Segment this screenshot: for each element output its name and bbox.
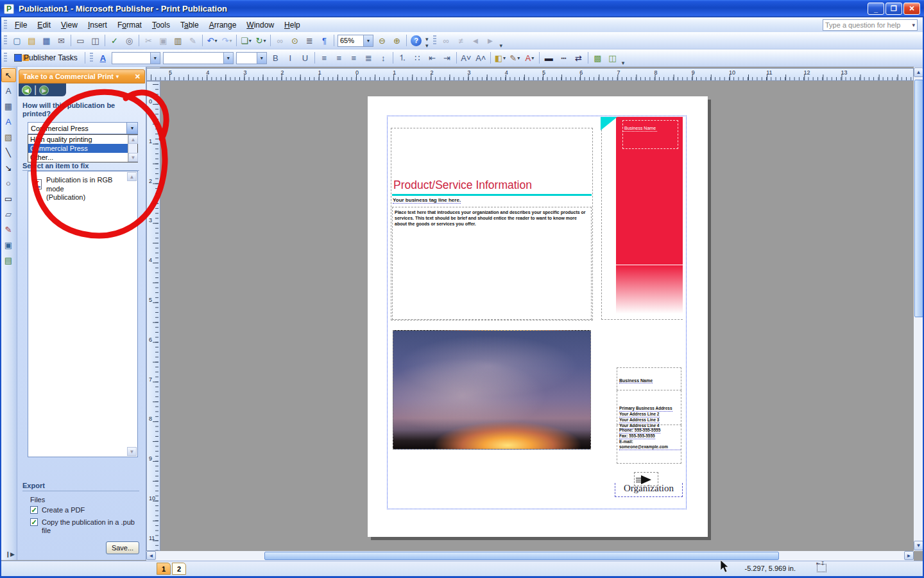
new-document-icon[interactable]: ▢ ▾	[10, 34, 24, 47]
columns-icon[interactable]: ≣ ▾	[303, 34, 316, 47]
decrease-font-button[interactable]: A˅ ▾	[459, 51, 473, 64]
checkbox[interactable]: ✓	[30, 518, 38, 526]
horizontal-scroll-thumb[interactable]	[264, 552, 779, 560]
menu-item[interactable]: Insert	[83, 19, 112, 31]
save-icon[interactable]: ▦ ▾	[40, 34, 53, 47]
toolbar-options-icon[interactable]: ▾▾	[425, 36, 429, 49]
back-button[interactable]: ◀	[22, 85, 31, 95]
font-styles-icon[interactable]: A	[96, 51, 110, 64]
print-icon[interactable]: ▭ ▾	[74, 34, 87, 47]
info-business-name-frame[interactable]: Business Name	[617, 367, 681, 390]
shadow-style-icon[interactable]: ▩ ▾	[591, 51, 604, 64]
toolbar-grip[interactable]	[433, 35, 436, 46]
forward-button[interactable]: ▶	[39, 85, 49, 95]
copy-icon[interactable]: ▣ ▾	[157, 34, 170, 47]
task-pane-title-bar[interactable]: Take to a Commercial Print ▼ ✕	[19, 69, 145, 83]
scroll-up-icon[interactable]: ▲	[128, 135, 138, 144]
font-color-icon[interactable]: A ▾	[523, 51, 536, 64]
align-center-button[interactable]: ≡ ▾	[332, 51, 346, 64]
contact-frame[interactable]: Phone: 555-555-5555Fax: 555-555-5555E-ma…	[617, 425, 681, 464]
toolbar-expand-icon[interactable]: ❙▶	[6, 551, 15, 557]
bold-button[interactable]: B ▾	[269, 51, 282, 64]
toolbar-options-icon[interactable]: ▾	[500, 42, 503, 49]
menu-item[interactable]: Help	[279, 19, 305, 31]
text-box-tool[interactable]: A	[1, 83, 16, 98]
italic-button[interactable]: I ▾	[284, 51, 297, 64]
close-icon[interactable]: ✕	[135, 73, 141, 81]
previous-text-box-icon[interactable]: ◄▾	[469, 34, 483, 47]
menu-item[interactable]: Format	[112, 19, 147, 31]
menu-item[interactable]: View	[56, 19, 83, 31]
chevron-down-icon[interactable]: ▾	[363, 35, 373, 46]
spelling-icon[interactable]: ✓ ▾	[108, 34, 121, 47]
help-button[interactable]: ?	[409, 34, 423, 47]
zoom-in-icon[interactable]: ⊕▾	[390, 34, 404, 47]
scroll-down-icon[interactable]: ▼	[128, 153, 138, 162]
next-text-box-icon[interactable]: ►▾	[484, 34, 497, 47]
save-button[interactable]: Save...	[106, 541, 139, 554]
content-library-item-tool[interactable]: ▤	[1, 253, 16, 267]
arrow-tool[interactable]: ↘	[1, 161, 16, 175]
scroll-down-icon[interactable]: ▼	[914, 541, 923, 550]
toolbar-grip[interactable]	[90, 53, 93, 63]
publisher-tasks-button[interactable]: Publisher Tasks	[11, 52, 81, 64]
special-characters-icon[interactable]: ¶ ▾	[318, 34, 331, 47]
research-icon[interactable]: ◎ ▾	[123, 34, 136, 47]
email-icon[interactable]: ✉ ▾	[55, 34, 68, 47]
format-painter-icon[interactable]: ✎ ▾	[186, 34, 200, 47]
sunset-photo[interactable]	[393, 330, 591, 450]
menu-item[interactable]: Window	[241, 19, 279, 31]
scroll-up-icon[interactable]: ▲	[914, 67, 923, 77]
organization-name[interactable]: Organization	[615, 483, 683, 497]
workspace[interactable]: Product/Service Information Your busines…	[160, 81, 914, 551]
style-combobox[interactable]: ▾	[112, 52, 160, 64]
horizontal-ruler[interactable]: 54321012345678910111213	[146, 68, 914, 81]
font-size-combobox[interactable]: ▾	[236, 52, 267, 64]
underline-button[interactable]: U ▾	[298, 51, 312, 64]
scroll-right-icon[interactable]: ►	[904, 551, 914, 560]
dropdown-option[interactable]: Commercial Press	[28, 144, 128, 153]
free-rotate-icon[interactable]: ↻ ▾	[254, 34, 268, 47]
publication-page[interactable]: Product/Service Information Your busines…	[368, 96, 708, 537]
arrow-style-icon[interactable]: ⇄ ▾	[572, 51, 585, 64]
align-right-button[interactable]: ≡ ▾	[347, 51, 361, 64]
chevron-down-icon[interactable]: ▾	[912, 22, 915, 28]
increase-indent-button[interactable]: ⇥ ▾	[440, 51, 454, 64]
page-heading[interactable]: Product/Service Information	[393, 179, 594, 192]
align-left-button[interactable]: ≡ ▾	[318, 51, 331, 64]
increase-font-button[interactable]: A˄ ▾	[474, 51, 488, 64]
close-button[interactable]: ✕	[903, 3, 920, 15]
restore-button[interactable]: ❐	[886, 3, 902, 15]
dropdown-option[interactable]: High quality printing	[28, 135, 128, 144]
bring-to-front-icon[interactable]: ❏ ▾	[239, 34, 253, 47]
insert-hyperlink-icon[interactable]: ∞ ▾	[273, 34, 287, 47]
menu-item[interactable]: Arrange	[204, 19, 242, 31]
menu-item[interactable]: Tools	[147, 19, 175, 31]
open-icon[interactable]: ▤ ▾	[25, 34, 38, 47]
redo-icon[interactable]: ↷ ▾	[220, 34, 234, 47]
help-search-input[interactable]: Type a question for help ▾	[823, 19, 918, 31]
cut-icon[interactable]: ✂ ▾	[142, 34, 155, 47]
insert-wordart-tool[interactable]: A	[1, 114, 16, 128]
page-tab[interactable]: 2	[172, 563, 186, 575]
chevron-down-icon[interactable]: ▾	[126, 123, 137, 134]
paste-icon[interactable]: ▥ ▾	[171, 34, 185, 47]
tagline-text[interactable]: Your business tag line here.	[393, 197, 461, 204]
autoshapes-tool[interactable]: ▱	[1, 207, 16, 221]
fill-color-icon[interactable]: ◧ ▾	[493, 51, 507, 64]
zoom-out-icon[interactable]: ⊖▾	[375, 34, 389, 47]
dash-style-icon[interactable]: ┅ ▾	[557, 51, 570, 64]
line-style-icon[interactable]: ▬ ▾	[542, 51, 556, 64]
toolbar-options-icon[interactable]: ▾	[622, 60, 625, 66]
undo-icon[interactable]: ↶ ▾	[205, 34, 219, 47]
address-frame[interactable]: Primary Business AddressYour Address Lin…	[617, 390, 681, 425]
fix-item[interactable]: Publication is in RGB mode	[46, 175, 126, 193]
line-tool[interactable]: ╲	[1, 145, 16, 159]
insert-table-tool[interactable]: ▦	[1, 99, 16, 113]
bullets-button[interactable]: ∷ ▾	[411, 51, 424, 64]
create-text-box-link-icon[interactable]: ∞▾	[440, 34, 453, 47]
line-spacing-button[interactable]: ↕ ▾	[377, 51, 390, 64]
picture-frame-tool[interactable]: ▧	[1, 130, 16, 144]
rectangle-tool[interactable]: ▭	[1, 191, 16, 206]
break-forward-link-icon[interactable]: ≠▾	[454, 34, 468, 47]
